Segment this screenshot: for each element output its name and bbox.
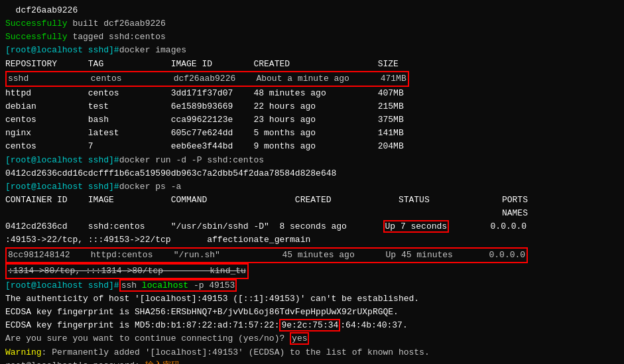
line-ssh-cmd: [root@localhost sshd]#ssh localhost -p 4… <box>5 279 619 292</box>
httpd-row-box: 8cc981248142 httpd:centos "/run.sh" 45 m… <box>5 247 528 263</box>
terminal-window: dcf26aab9226 Successfully built dcf26aab… <box>5 4 619 364</box>
table-row-nginx: nginx latest 605c77e624dd 5 months ago 1… <box>5 127 619 140</box>
table-header: REPOSITORY TAG IMAGE ID CREATED SIZE <box>5 58 619 71</box>
line-ecdsa-md5: ECDSA key fingerprint is MD5:db:b1:87:22… <box>5 319 619 332</box>
ps-header-names: NAMES <box>5 207 619 220</box>
line-authenticity: The authenticity of host '[localhost]:49… <box>5 292 619 306</box>
line-warning: Warning: Permanently added '[localhost]:… <box>5 346 619 359</box>
ps-row-1: 0412cd2636cd sshd:centos "/usr/sbin/sshd… <box>5 220 619 233</box>
line-docker-images-cmd: [root@localhost sshd]#docker images <box>5 44 619 57</box>
prompt-3: [root@localhost sshd]# <box>5 182 119 192</box>
ps-row-2-ports: :1314->80/tcp, :::1314->80/tcp kind_tu <box>5 263 619 279</box>
up-7-seconds-box: Up 7 seconds <box>383 220 450 233</box>
table-row-httpd: httpd centos 3dd171f37d07 48 minutes ago… <box>5 87 619 100</box>
prompt-4: [root@localhost sshd]# <box>5 280 119 290</box>
line-ecdsa-sha256: ECDSA key fingerprint is SHA256:ERSbHNQ7… <box>5 306 619 319</box>
sshd-row-box: sshd centos dcf26aab9226 About a minute … <box>5 71 409 87</box>
table-row-debian: debian test 6e1589b93669 22 hours ago 21… <box>5 100 619 113</box>
password-hint: 输入密码 <box>145 361 180 364</box>
prompt-2: [root@localhost sshd]# <box>5 155 119 165</box>
table-row-centos-bash: centos bash cca99622123e 23 hours ago 37… <box>5 113 619 127</box>
text-successfully2: Successfully <box>5 32 68 42</box>
ps-row-1-ports: :49153->22/tcp, :::49153->22/tcp affecti… <box>5 233 619 247</box>
ps-row-2: 8cc981248142 httpd:centos "/run.sh" 45 m… <box>5 247 619 263</box>
warning-text: Warning <box>5 347 42 357</box>
md5-segment-box: 9e:2c:75:34 <box>279 319 340 332</box>
yes-box: yes <box>290 332 309 345</box>
ssh-cmd-box: ssh localhost -p 49153 <box>119 279 237 292</box>
line-container-hash: 0412cd2636cdd16cdcfff1b6ca519590db963c7a… <box>5 167 619 180</box>
prompt-1: [root@localhost sshd]# <box>5 45 119 55</box>
line-tagged: Successfully tagged sshd:centos <box>5 30 619 44</box>
line-password: root@localhost's password: 输入密码 <box>5 359 619 364</box>
line-built: Successfully built dcf26aab9226 <box>5 17 619 30</box>
line-docker-ps: [root@localhost sshd]#docker ps -a <box>5 180 619 194</box>
httpd-ports-box: :1314->80/tcp, :::1314->80/tcp kind_tu <box>5 263 249 279</box>
line-docker-run: [root@localhost sshd]#docker run -d -P s… <box>5 154 619 167</box>
line-dcf: dcf26aab9226 <box>5 4 619 17</box>
ps-header: CONTAINER ID IMAGE COMMAND CREATED STATU… <box>5 194 619 207</box>
table-row-sshd: sshd centos dcf26aab9226 About a minute … <box>5 71 619 87</box>
ssh-host: localhost <box>142 280 188 290</box>
table-row-centos7: centos 7 eeb6ee3f44bd 9 months ago 204MB <box>5 140 619 153</box>
line-continue: Are you sure you want to continue connec… <box>5 332 619 345</box>
text-successfully: Successfully <box>5 19 68 29</box>
